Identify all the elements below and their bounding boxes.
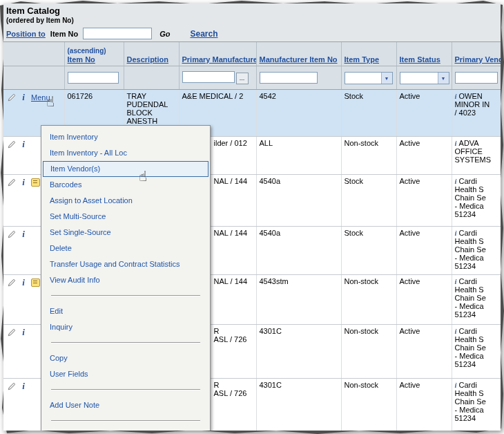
item-type-cell: Stock [341,90,396,137]
vendor-cell: iADVA OFFICE SYSTEMS [452,137,501,175]
info-icon[interactable]: i [455,229,457,237]
vendor-cell: iOWEN MINOR IN / 4023 [452,90,501,137]
menu-item-set-multi-source[interactable]: Set Multi-Source [41,209,210,225]
sort-link-item-no[interactable]: Item No [68,55,95,64]
menu-separator [51,389,200,390]
menu-item-barcodes[interactable]: Barcodes [41,177,210,193]
info-icon[interactable]: i [455,92,457,100]
menu-item-assign-to-asset-location[interactable]: Assign to Asset Location [41,193,210,209]
sort-link-primary-manufacturer[interactable]: Primary Manufacturer [182,55,257,64]
sort-link-item-type[interactable]: Item Type [345,55,380,64]
menu-item-user-fields[interactable]: User Fields [41,366,210,382]
menu-item-view-audit-info[interactable]: View Audit Info [41,272,210,288]
page-subtitle: (ordered by Item No) [6,17,501,24]
manufacturer-lookup-button[interactable]: ... [236,73,249,84]
edit-pencil-icon[interactable] [8,230,16,238]
manufacturer-item-no-cell: 4540a [256,227,341,275]
edit-pencil-icon[interactable] [8,93,16,102]
item-no-filter-input[interactable] [68,72,119,84]
row-context-menu: Item Inventory Item Inventory - All Loc … [41,125,211,431]
search-link[interactable]: Search [190,29,217,39]
menu-item-item-inventory-all-loc[interactable]: Item Inventory - All Loc [41,145,210,161]
info-icon[interactable]: i [21,229,26,240]
menu-separator [51,342,200,343]
info-icon[interactable]: i [21,92,26,103]
item-type-cell: Non-stock [341,325,396,379]
item-type-cell: Non-stock [341,275,396,325]
sort-link-item-status[interactable]: Item Status [400,55,440,64]
go-button[interactable]: Go [159,30,170,38]
menu-item-item-inventory[interactable]: Item Inventory [41,129,210,145]
item-type-filter-select[interactable]: ▼ [345,72,393,84]
info-icon[interactable]: i [455,177,457,185]
menu-separator [51,420,200,422]
page-header: Item Catalog (ordered by Item No) Positi… [3,3,501,42]
vendor-cell: iCardi Health S Chain Se - Medica 51234 [452,325,501,379]
user-note-icon[interactable] [31,279,40,287]
manufacturer-item-no-cell: 4301C [256,325,341,379]
info-icon[interactable]: i [455,381,457,389]
item-type-cell: Stock [341,227,396,275]
edit-pencil-icon[interactable] [8,178,16,187]
menu-item-item-vendors[interactable]: Item Vendor(s) [43,161,209,177]
hand-cursor-icon: ☝ [139,168,147,185]
item-status-cell: Active [396,90,452,137]
manufacturer-item-no-cell: 4540a [256,175,341,227]
item-status-cell: Active [396,325,452,379]
menu-item-inquiry[interactable]: Inquiry [41,319,210,335]
info-icon[interactable]: i [21,277,26,288]
sort-link-manufacturer-item-no[interactable]: Manufacturer Item No [260,55,338,64]
manufacturer-item-no-cell: 4542 [256,90,341,137]
info-icon[interactable]: i [455,139,457,147]
filter-row: ... ▼ ▼ [3,66,501,90]
dropdown-arrow-icon: ▼ [438,73,449,84]
sort-link-primary-vendor[interactable]: Primary Vendor [455,55,501,64]
info-icon[interactable]: i [21,139,26,150]
vendor-cell: iCardi Health S Chain Se - Medica 51234 [452,379,501,431]
manufacturer-item-no-cell: ALL [256,137,341,175]
menu-item-user-notes[interactable]: User Notes [41,428,210,431]
menu-item-delete[interactable]: Delete [41,240,210,256]
item-catalog-window: Item Catalog (ordered by Item No) Positi… [3,3,501,431]
sort-direction-label: (ascending) [68,47,121,55]
vendor-cell: iCardi Health S Chain Se - Medica 51234 [452,227,501,275]
user-note-icon[interactable] [31,178,40,187]
item-type-cell: Stock [341,175,396,227]
info-icon[interactable]: i [21,327,26,338]
table-header-row: (ascending) Item No Description Primary … [3,42,501,66]
screenshot-frame: Item Catalog (ordered by Item No) Positi… [0,0,504,434]
item-type-cell: Non-stock [341,137,396,175]
info-icon[interactable]: i [21,381,26,392]
menu-item-copy[interactable]: Copy [41,350,210,366]
menu-item-transfer-usage-and-contract-statistics[interactable]: Transfer Usage and Contract Statistics [41,256,210,272]
hand-cursor-icon: ☝ [46,93,55,110]
menu-item-set-single-source[interactable]: Set Single-Source [41,225,210,240]
item-status-filter-select[interactable]: ▼ [400,72,449,84]
menu-item-add-user-note[interactable]: Add User Note [41,397,210,413]
vendor-filter-input[interactable] [455,72,498,84]
info-icon[interactable]: i [21,177,26,188]
position-to-link[interactable]: Position to [6,30,46,38]
page-title: Item Catalog [6,6,501,16]
manufacturer-item-no-filter-input[interactable] [260,72,318,84]
dropdown-arrow-icon: ▼ [381,73,392,84]
position-field-label: Item No [50,30,78,38]
edit-pencil-icon[interactable] [8,140,16,149]
header-item-no: (ascending) Item No [64,42,124,66]
sort-link-description[interactable]: Description [127,55,169,64]
edit-pencil-icon[interactable] [8,328,16,337]
item-status-cell: Active [396,137,452,175]
info-icon[interactable]: i [455,277,457,285]
menu-separator [51,295,200,296]
edit-pencil-icon[interactable] [8,279,16,287]
item-type-cell: Non-stock [341,379,396,431]
vendor-cell: iCardi Health S Chain Se - Medica 51234 [452,175,501,227]
position-to-input[interactable] [83,28,152,39]
menu-item-edit[interactable]: Edit [41,303,210,319]
item-status-cell: Active [396,379,452,431]
manufacturer-item-no-cell: 4301C [256,379,341,431]
edit-pencil-icon[interactable] [8,382,16,390]
manufacturer-filter-input[interactable] [182,71,235,83]
header-actions-column [3,42,64,66]
info-icon[interactable]: i [455,327,457,335]
